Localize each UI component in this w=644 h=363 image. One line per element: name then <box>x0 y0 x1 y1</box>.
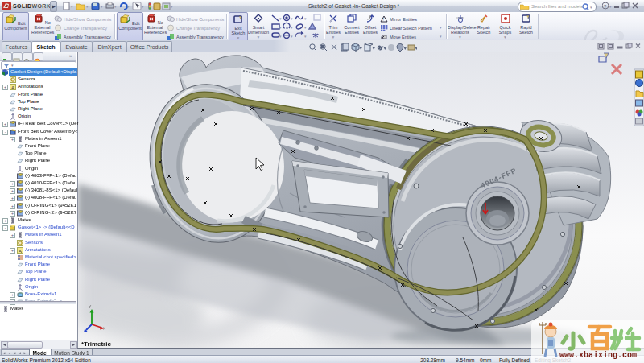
svg-text:▾: ▾ <box>114 4 117 9</box>
svg-text:A: A <box>19 248 22 253</box>
svg-text:▾: ▾ <box>279 25 282 30</box>
svg-text:▾: ▾ <box>304 16 307 21</box>
svg-text:A: A <box>11 85 14 90</box>
svg-text:www.xbaixing.com: www.xbaixing.com <box>559 351 637 360</box>
svg-text:▾: ▾ <box>415 45 417 50</box>
svg-text:▾: ▾ <box>127 4 130 9</box>
svg-text:▾: ▾ <box>279 34 282 39</box>
svg-text:▾: ▾ <box>360 45 362 50</box>
svg-text:6y: 6y <box>378 45 383 50</box>
svg-text:▾: ▾ <box>101 4 103 9</box>
svg-text:▾: ▾ <box>291 16 293 21</box>
svg-text:▾: ▾ <box>373 45 375 50</box>
svg-text:▾: ▾ <box>291 25 293 30</box>
svg-text:▾: ▾ <box>71 4 73 9</box>
svg-text:▾: ▾ <box>609 4 612 9</box>
svg-text:▾: ▾ <box>384 45 386 50</box>
svg-text:▾: ▾ <box>291 34 293 39</box>
svg-text:▾: ▾ <box>142 4 144 9</box>
svg-text:▾: ▾ <box>279 16 282 21</box>
svg-text:▾: ▾ <box>171 4 173 9</box>
svg-text:▾: ▾ <box>304 34 307 39</box>
svg-text:?: ? <box>604 4 607 9</box>
svg-text:▾: ▾ <box>404 45 407 50</box>
svg-text:*Trimetric: *Trimetric <box>81 340 111 348</box>
svg-text:▾: ▾ <box>590 5 592 10</box>
svg-text:▾: ▾ <box>86 4 89 9</box>
svg-text:!: ! <box>382 17 383 22</box>
svg-text:▾: ▾ <box>304 25 307 30</box>
